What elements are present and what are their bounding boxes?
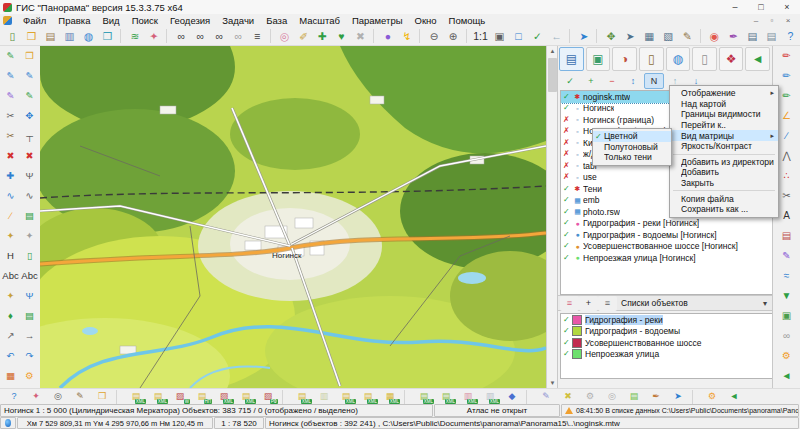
palette-button[interactable]: ● <box>378 27 397 45</box>
fit-frame-button[interactable]: ▣ <box>490 27 509 45</box>
highlight-b-button[interactable]: ✦ <box>20 226 39 246</box>
menu-вид[interactable]: Вид <box>96 15 125 26</box>
move-object-button[interactable]: ✥ <box>20 106 39 126</box>
exit-panel-button[interactable]: ◄ <box>776 366 798 386</box>
cursor-select-button[interactable]: ➤ <box>574 27 593 45</box>
picture-view-button[interactable]: ▣ <box>776 306 798 326</box>
edit-gray-button[interactable]: ▥XML <box>479 389 501 405</box>
menu-item[interactable]: Отображение▸ <box>670 88 778 99</box>
height-tool-button[interactable]: H <box>1 246 20 266</box>
edit-curve-button[interactable]: ∿ <box>20 186 39 206</box>
help-cursor-button[interactable]: ? <box>781 27 800 45</box>
close-child-button[interactable]: × <box>780 15 796 26</box>
stamp-3-button[interactable]: ▨W <box>169 389 191 405</box>
close-window-button[interactable]: × <box>774 0 800 14</box>
object-list-row[interactable]: ✓Гидрография - водоемы <box>561 326 772 338</box>
split-node-button[interactable]: Ψ <box>20 166 39 186</box>
close-map-button[interactable]: − <box>602 73 622 89</box>
select-list-button[interactable]: ▦ <box>640 27 659 45</box>
visibility-on-icon[interactable]: ✓ <box>563 254 572 262</box>
select-maps-button[interactable]: ✓ <box>560 73 580 89</box>
edit-green-2-button[interactable]: ▤XML <box>435 389 457 405</box>
restore-child-button[interactable]: ▫ <box>764 15 780 26</box>
diagram-button[interactable]: ♦ <box>1 306 20 326</box>
palette-knife-button[interactable]: ✎ <box>776 246 798 266</box>
menu-item[interactable]: Добавить из директории <box>670 157 778 168</box>
select-frame-button[interactable]: ▧ <box>659 27 678 45</box>
menu-item[interactable]: Добавить <box>670 167 778 178</box>
menu-правка[interactable]: Правка <box>52 15 96 26</box>
tab-documents-button[interactable]: ▯ <box>639 47 664 71</box>
layer-row[interactable]: ✓●Гидрография - реки [Ногинск] <box>561 218 772 230</box>
visibility-off-icon[interactable]: ✗ <box>563 173 572 181</box>
menu-поиск[interactable]: Поиск <box>126 15 164 26</box>
measure-ruler-button[interactable]: ∕ <box>1 206 20 226</box>
visibility-on-icon[interactable]: ✓ <box>563 185 572 193</box>
stamp-4-button[interactable]: ▤НП <box>191 389 213 405</box>
paint-box-button[interactable]: ▦ <box>1 366 20 386</box>
object-passport-button[interactable]: ✎ <box>678 27 697 45</box>
minimize-child-button[interactable]: – <box>748 15 764 26</box>
visibility-off-icon[interactable]: ✗ <box>563 116 572 124</box>
select-screen-button[interactable]: □ <box>509 27 528 45</box>
visibility-on-icon[interactable]: ✓ <box>563 219 572 227</box>
edit-blue-button[interactable]: ◆ <box>501 389 523 405</box>
highlight-favorite-button[interactable]: ♥ <box>332 27 351 45</box>
road-tool-button[interactable]: ≈ <box>776 266 798 286</box>
highlight-add-button[interactable]: ✚ <box>313 27 332 45</box>
visibility-on-icon[interactable]: ✓ <box>563 93 572 101</box>
color-settings-button[interactable]: ◉ <box>705 27 724 45</box>
menu-база[interactable]: База <box>260 15 293 26</box>
road-profile-button[interactable]: → <box>20 326 39 346</box>
edit-query-button[interactable]: ✎ <box>1 86 20 106</box>
save-object-button[interactable]: ▼ <box>776 286 798 306</box>
money-object-button[interactable]: ▤ <box>20 206 39 226</box>
visibility-on-icon[interactable]: ✓ <box>563 350 572 358</box>
undo-button[interactable]: ↶ <box>1 346 20 366</box>
find-disabled-button[interactable]: ∞ <box>229 27 248 45</box>
print-color-button[interactable]: ▤ <box>776 226 798 246</box>
rings-button[interactable]: ◎ <box>601 389 623 405</box>
stamp-6-button[interactable]: ▤XML <box>235 389 257 405</box>
zoom-in-button[interactable]: ⊕ <box>444 27 463 45</box>
add-node-button[interactable]: ✚ <box>1 166 20 186</box>
visibility-off-icon[interactable]: ✗ <box>563 127 572 135</box>
print-map-button[interactable]: ▤ <box>762 27 781 45</box>
align-node-button[interactable]: ┬ <box>20 126 39 146</box>
highlight-a-button[interactable]: ✦ <box>1 226 20 246</box>
menu-item[interactable]: Только тени <box>593 152 671 163</box>
visibility-on-icon[interactable]: ✓ <box>563 339 572 347</box>
sort-maps-button[interactable]: ↕ <box>623 73 643 89</box>
draw-style-red-button[interactable]: ✏ <box>776 46 798 66</box>
tab-legend-button[interactable]: ❖ <box>719 47 744 71</box>
lists-colored-button[interactable]: ≡ <box>560 296 579 311</box>
toggle-numbering-button[interactable]: N <box>644 73 664 89</box>
object-list-row[interactable]: ✓Усовершенствованное шоссе <box>561 337 772 349</box>
lightning-button[interactable]: ↯ <box>397 27 416 45</box>
export-doc-button[interactable]: ▯ <box>20 246 39 266</box>
tab-geoportal-button[interactable]: ◍ <box>666 47 691 71</box>
add-map-button[interactable]: + <box>581 73 601 89</box>
menu-item[interactable]: Сохранить как ... <box>670 204 778 215</box>
money-stack-button[interactable]: ▤ <box>20 306 39 326</box>
eraser-tools-button[interactable]: ✎ <box>535 389 557 405</box>
step-back-button[interactable]: ← <box>547 27 566 45</box>
new-map-button[interactable]: ▯ <box>3 27 22 45</box>
save-copy-button[interactable]: ❒ <box>98 27 117 45</box>
eraser-x-button[interactable]: ✖ <box>557 389 579 405</box>
highlight-ellipse-button[interactable]: ◎ <box>275 27 294 45</box>
menu-item[interactable]: Яркость/Контраст <box>670 141 778 152</box>
bottom-exit-button[interactable]: ◄ <box>723 389 745 405</box>
sextant-button[interactable]: ✎ <box>69 389 91 405</box>
flag-add-button[interactable]: ▤ <box>623 389 645 405</box>
draw-style-blue-button[interactable]: ✏ <box>776 66 798 86</box>
highlight-tools-button[interactable]: ✦ <box>25 389 47 405</box>
visibility-on-icon[interactable]: ✓ <box>563 327 572 335</box>
redo-button[interactable]: ↷ <box>20 346 39 366</box>
flashlight-button[interactable]: ✦ <box>1 286 20 306</box>
highlight-clip-button[interactable]: ✐ <box>294 27 313 45</box>
open-dialog-button[interactable]: ❒ <box>20 46 39 66</box>
open-data-button[interactable]: ❒ <box>91 389 113 405</box>
accept-edit-button[interactable]: ✎ <box>20 86 39 106</box>
menu-item[interactable]: Границы видимости <box>670 109 778 120</box>
